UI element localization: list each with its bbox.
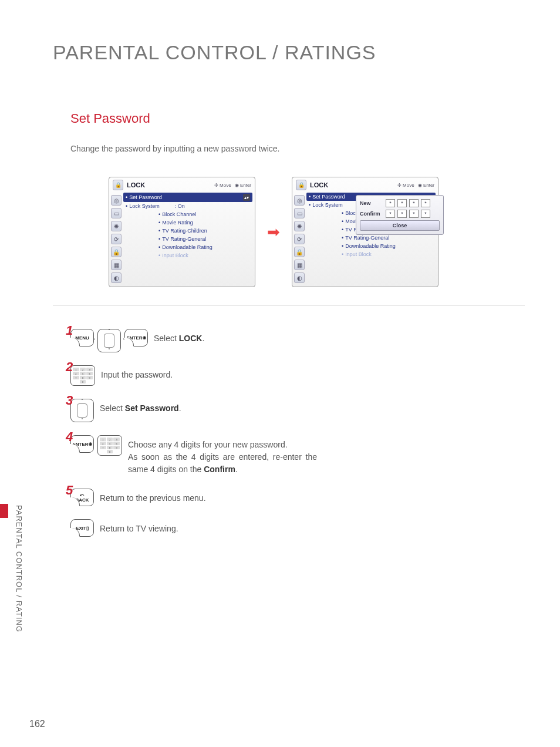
step-number: 1 — [66, 323, 73, 338]
popup-new-row: New * * * * — [360, 199, 440, 207]
side-icon: ◎ — [111, 195, 122, 206]
pw-box[interactable]: * — [397, 199, 407, 207]
osd-title: LOCK — [127, 181, 145, 189]
steps: 1 MENU ˄˅˂˃ ENTER◉ Select LOCK. 2 123 45… — [70, 329, 317, 537]
step-number: 2 — [66, 359, 73, 375]
osd-hint-move: ✢ Move — [397, 183, 414, 188]
pw-box[interactable]: * — [386, 210, 395, 218]
pw-box[interactable]: * — [421, 199, 430, 207]
step-4: 4 ENTER◉ 123 456 789 0 Choose any 4 digi… — [70, 435, 317, 476]
osd-item-disabled: Input Block — [306, 250, 436, 258]
popup-confirm-row: Confirm * * * * — [360, 210, 440, 218]
step-2: 2 123 456 789 0 Input the password. — [70, 365, 317, 386]
side-icon: ▭ — [294, 208, 305, 218]
side-icon: ▦ — [111, 260, 122, 270]
step-number: 5 — [66, 483, 73, 498]
osd-side-icons: ◎ ▭ ✺ ⟳ 🔒 ▦ ◐ — [292, 193, 306, 287]
osd-hint-move: ✢ Move — [214, 183, 231, 188]
osd-header: 🔒 LOCK ✢ Move ◉ Enter — [292, 177, 438, 193]
step-text: Select Set Password. — [100, 399, 181, 415]
number-keypad-icon[interactable]: 123 456 789 0 — [97, 435, 122, 456]
osd-item[interactable]: TV Rating-Children — [123, 227, 252, 235]
dpad-vertical-icon[interactable]: ˄˅ — [70, 399, 94, 422]
password-popup: New * * * * Confirm * * * * Close — [356, 195, 444, 235]
page-number: 162 — [29, 719, 45, 729]
side-icon: ✺ — [111, 221, 122, 231]
page-title: PARENTAL CONTROL / RATINGS — [53, 41, 525, 64]
osd-item[interactable]: TV Rating-General — [306, 234, 436, 242]
osd-item[interactable]: Block Channel — [123, 210, 252, 218]
side-icon: ✺ — [294, 221, 305, 231]
step-5: 5 ⤺BACK Return to the previous menu. — [70, 489, 317, 506]
updown-icon: ▴▾ — [243, 194, 250, 201]
step-3: 3 ˄˅ Select Set Password. — [70, 399, 317, 422]
enter-button[interactable]: ENTER◉ — [124, 329, 148, 346]
exit-button[interactable]: EXIT ▯ — [70, 519, 94, 537]
osd-hint-enter: ◉ Enter — [235, 183, 251, 188]
pw-box[interactable]: * — [421, 210, 430, 218]
osd-item-selected[interactable]: Set Password ▴▾ — [123, 193, 252, 202]
osd-item[interactable]: Movie Rating — [123, 218, 252, 227]
osd-side-icons: ◎ ▭ ✺ ⟳ 🔒 ▦ ◐ — [109, 193, 123, 287]
side-icon: ◐ — [111, 272, 122, 283]
popup-close-button[interactable]: Close — [360, 220, 440, 231]
separator — [53, 305, 525, 305]
lock-icon: 🔒 — [296, 180, 306, 190]
step-1: 1 MENU ˄˅˂˃ ENTER◉ Select LOCK. — [70, 329, 317, 352]
side-icon: ◐ — [294, 272, 305, 283]
number-keypad-icon[interactable]: 123 456 789 0 — [70, 365, 95, 386]
intro-text: Change the password by inputting a new p… — [70, 144, 525, 153]
side-icon: ▭ — [111, 208, 122, 218]
popup-confirm-label: Confirm — [360, 211, 383, 217]
side-tab-marker — [0, 504, 8, 518]
pw-box[interactable]: * — [409, 210, 419, 218]
osd-illustration-row: 🔒 LOCK ✢ Move ◉ Enter ◎ ▭ ✺ ⟳ 🔒 ▦ ◐ — [109, 177, 525, 287]
side-icon: ⟳ — [294, 234, 305, 244]
side-icon: ⟳ — [111, 234, 122, 244]
step-exit: EXIT ▯ Return to TV viewing. — [70, 519, 317, 537]
osd-window-after: 🔒 LOCK ✢ Move ◉ Enter ◎ ▭ ✺ ⟳ 🔒 ▦ ◐ Set … — [292, 177, 438, 287]
osd-list: Set Password ▴▾ Lock System : On Block C… — [123, 193, 255, 287]
side-icon: 🔒 — [111, 247, 122, 257]
lock-icon: 🔒 — [113, 180, 123, 190]
side-icon: 🔒 — [294, 247, 305, 257]
osd-window-before: 🔒 LOCK ✢ Move ◉ Enter ◎ ▭ ✺ ⟳ 🔒 ▦ ◐ — [109, 177, 255, 287]
osd-title: LOCK — [310, 181, 328, 189]
side-icon: ◎ — [294, 195, 305, 206]
section-title: Set Password — [70, 111, 525, 126]
osd-item[interactable]: Downloadable Rating — [306, 242, 436, 250]
side-icon: ▦ — [294, 260, 305, 270]
step-number: 4 — [66, 429, 73, 445]
osd-item-disabled: Input Block — [123, 251, 252, 260]
osd-item[interactable]: Lock System : On — [123, 202, 252, 210]
step-text: Choose any 4 digits for your new passwor… — [128, 435, 317, 476]
popup-new-label: New — [360, 200, 383, 206]
osd-item[interactable]: Downloadable Rating — [123, 243, 252, 251]
enter-button[interactable]: ENTER◉ — [70, 435, 94, 453]
menu-button[interactable]: MENU — [70, 329, 94, 346]
pw-box[interactable]: * — [397, 210, 407, 218]
step-text: Input the password. — [101, 365, 173, 381]
back-button[interactable]: ⤺BACK — [70, 489, 94, 506]
osd-header: 🔒 LOCK ✢ Move ◉ Enter — [109, 177, 255, 193]
side-tab-label: PARENTAL CONTROL / RATING — [15, 505, 23, 632]
dpad-icon[interactable]: ˄˅˂˃ — [97, 329, 121, 352]
step-text: Select LOCK. — [154, 329, 204, 345]
step-number: 3 — [66, 393, 73, 408]
arrow-right-icon: ➡ — [267, 223, 280, 241]
osd-hint-enter: ◉ Enter — [418, 183, 434, 188]
step-text: Return to TV viewing. — [100, 519, 178, 535]
pw-box[interactable]: * — [409, 199, 419, 207]
step-text: Return to the previous menu. — [100, 489, 206, 504]
osd-item[interactable]: TV Rating-General — [123, 235, 252, 243]
pw-box[interactable]: * — [386, 199, 395, 207]
